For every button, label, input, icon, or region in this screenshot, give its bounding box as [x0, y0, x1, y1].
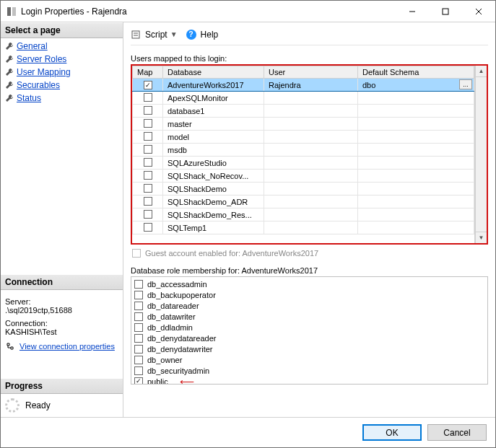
role-checkbox[interactable] [134, 356, 143, 364]
role-item-db_denydatawriter[interactable]: db_denydatawriter [134, 343, 484, 354]
role-label: public [147, 377, 168, 385]
map-checkbox[interactable] [144, 184, 152, 193]
progress-block: Ready [1, 394, 123, 417]
map-checkbox[interactable]: ✓ [144, 81, 152, 89]
grid-scrollbar[interactable]: ▲ ▼ [475, 66, 487, 243]
map-checkbox[interactable] [144, 93, 152, 102]
user-cell [264, 157, 358, 170]
close-button[interactable] [462, 1, 495, 22]
map-checkbox[interactable] [144, 171, 152, 180]
database-cell: AdventureWorks2017 [163, 79, 264, 92]
connection-label: Connection: [5, 319, 118, 328]
roles-label: Database role membership for: AdventureW… [131, 266, 488, 275]
role-checkbox[interactable] [134, 345, 143, 353]
map-checkbox[interactable] [144, 223, 152, 232]
map-checkbox[interactable] [144, 210, 152, 219]
sidebar-item-securables[interactable]: Securables [1, 79, 123, 92]
wrench-icon [5, 94, 14, 102]
wrench-icon [5, 55, 14, 63]
role-checkbox[interactable]: ✓ [134, 377, 143, 385]
role-item-db_ddladmin[interactable]: db_ddladmin [134, 322, 484, 333]
role-item-db_securityadmin[interactable]: db_securityadmin [134, 365, 484, 376]
col-database[interactable]: Database [163, 66, 264, 79]
roles-list: db_accessadmindb_backupoperatordb_datare… [131, 276, 488, 385]
database-cell: SQLTemp1 [163, 221, 264, 234]
schema-cell [358, 118, 474, 131]
scroll-down-icon[interactable]: ▼ [476, 232, 487, 243]
role-label: db_securityadmin [147, 366, 209, 375]
database-cell: model [163, 131, 264, 144]
table-row[interactable]: database1 [133, 105, 474, 118]
table-row[interactable]: ✓AdventureWorks2017Rajendradbo... [133, 79, 474, 92]
table-row[interactable]: SQLShackDemo_ADR [133, 196, 474, 208]
table-row[interactable]: SQLAzureStudio [133, 157, 474, 170]
table-row[interactable]: ApexSQLMonitor [133, 92, 474, 105]
script-dropdown-icon[interactable]: ▼ [170, 30, 178, 38]
role-checkbox[interactable] [134, 302, 143, 310]
view-connection-properties-link[interactable]: View connection properties [19, 342, 115, 351]
role-item-db_backupoperator[interactable]: db_backupoperator [134, 289, 484, 300]
right-pane: Script ▼ ? Help Users mapped to this log… [123, 22, 495, 417]
role-item-public[interactable]: ✓public⟵ [134, 376, 484, 385]
help-button[interactable]: Help [201, 30, 219, 40]
bottom-bar: OK Cancel [1, 417, 495, 447]
grid-header-row: Map Database User Default Schema [133, 66, 474, 79]
role-item-db_datareader[interactable]: db_datareader [134, 300, 484, 311]
table-row[interactable]: master [133, 118, 474, 131]
dialog-window: Login Properties - Rajendra Select a pag… [0, 0, 496, 448]
role-item-db_denydatareader[interactable]: db_denydatareader [134, 333, 484, 343]
cancel-button[interactable]: Cancel [427, 424, 487, 441]
ok-button[interactable]: OK [362, 424, 422, 441]
connection-header: Connection [1, 274, 123, 290]
user-cell [264, 208, 358, 221]
table-row[interactable]: SQLShackDemo_Res... [133, 208, 474, 221]
svg-rect-3 [443, 9, 448, 14]
map-checkbox[interactable] [144, 158, 152, 167]
server-label: Server: [5, 297, 118, 306]
script-button[interactable]: Script [145, 30, 167, 40]
role-checkbox[interactable] [134, 366, 143, 375]
connection-value: KASHISH\Test [5, 328, 118, 336]
col-map[interactable]: Map [133, 66, 163, 79]
wrench-icon [5, 68, 14, 76]
table-row[interactable]: SQLShack_NoRecov... [133, 170, 474, 183]
map-checkbox[interactable] [144, 106, 152, 115]
wrench-icon [5, 42, 14, 50]
minimize-button[interactable] [396, 1, 429, 22]
role-checkbox[interactable] [134, 291, 143, 299]
database-cell: SQLAzureStudio [163, 157, 264, 170]
sidebar-item-server-roles[interactable]: Server Roles [1, 53, 123, 66]
map-checkbox[interactable] [144, 197, 152, 206]
role-checkbox[interactable] [134, 312, 143, 321]
sidebar-item-status[interactable]: Status [1, 92, 123, 105]
col-schema[interactable]: Default Schema [358, 66, 474, 79]
col-user[interactable]: User [264, 66, 358, 79]
titlebar: Login Properties - Rajendra [1, 1, 495, 22]
table-row[interactable]: model [133, 131, 474, 144]
role-checkbox[interactable] [134, 280, 143, 289]
sidebar-item-user-mapping[interactable]: User Mapping [1, 66, 123, 79]
toolbar: Script ▼ ? Help [131, 27, 488, 45]
role-item-db_datawriter[interactable]: db_datawriter [134, 311, 484, 322]
map-checkbox[interactable] [144, 132, 152, 141]
role-checkbox[interactable] [134, 323, 143, 332]
red-arrow-annotation: ⟵ [180, 377, 194, 385]
role-checkbox[interactable] [134, 334, 143, 343]
page-label: General [17, 41, 48, 51]
page-label: User Mapping [17, 67, 71, 77]
table-row[interactable]: SQLShackDemo [133, 183, 474, 196]
scroll-up-icon[interactable]: ▲ [476, 66, 487, 77]
guest-account-label: Guest account enabled for: AdventureWork… [145, 249, 318, 258]
table-row[interactable]: SQLTemp1 [133, 221, 474, 234]
table-row[interactable]: msdb [133, 144, 474, 157]
schema-browse-button[interactable]: ... [459, 79, 472, 89]
role-item-db_owner[interactable]: db_owner [134, 354, 484, 365]
sidebar-item-general[interactable]: General [1, 40, 123, 53]
help-icon: ? [186, 30, 196, 40]
map-checkbox[interactable] [144, 145, 152, 154]
wrench-icon [5, 81, 14, 89]
maximize-button[interactable] [429, 1, 462, 22]
role-item-db_accessadmin[interactable]: db_accessadmin [134, 278, 484, 289]
connection-info: Server: .\sql2019ctp,51688 Connection: K… [1, 290, 123, 356]
map-checkbox[interactable] [144, 119, 152, 128]
